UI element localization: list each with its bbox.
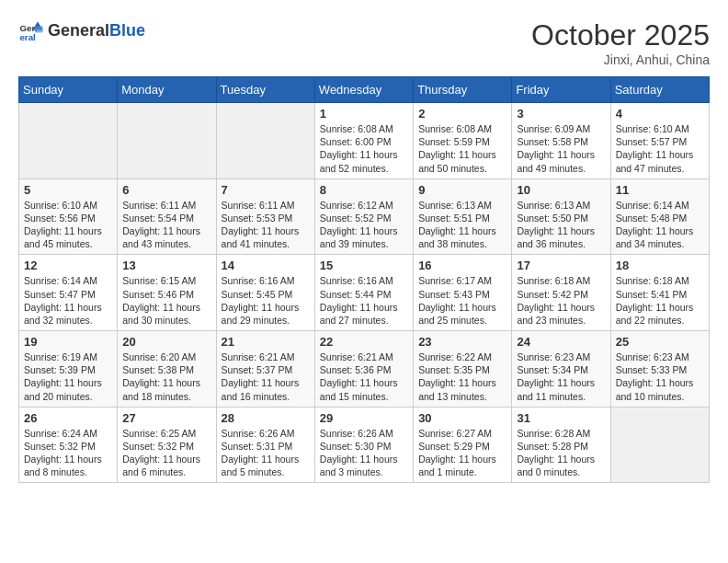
- day-info: Sunrise: 6:11 AM Sunset: 5:54 PM Dayligh…: [122, 199, 210, 251]
- day-info: Sunrise: 6:13 AM Sunset: 5:51 PM Dayligh…: [418, 199, 506, 251]
- logo-icon: Gen eral: [18, 18, 44, 44]
- day-info: Sunrise: 6:08 AM Sunset: 6:00 PM Dayligh…: [320, 122, 408, 175]
- weekday-header-monday: Monday: [118, 77, 216, 103]
- logo-text: GeneralBlue: [48, 22, 145, 40]
- day-number: 17: [517, 259, 605, 272]
- day-info: Sunrise: 6:10 AM Sunset: 5:57 PM Dayligh…: [616, 122, 704, 175]
- day-number: 24: [517, 335, 605, 349]
- day-info: Sunrise: 6:21 AM Sunset: 5:36 PM Dayligh…: [320, 350, 408, 403]
- calendar-cell: 18Sunrise: 6:18 AM Sunset: 5:41 PM Dayli…: [610, 255, 709, 331]
- day-info: Sunrise: 6:09 AM Sunset: 5:58 PM Dayligh…: [517, 122, 605, 175]
- calendar-cell: 7Sunrise: 6:11 AM Sunset: 5:53 PM Daylig…: [216, 178, 314, 255]
- calendar-cell: 29Sunrise: 6:26 AM Sunset: 5:30 PM Dayli…: [314, 407, 413, 483]
- weekday-header-thursday: Thursday: [414, 77, 512, 103]
- calendar-cell: 11Sunrise: 6:14 AM Sunset: 5:48 PM Dayli…: [610, 178, 709, 255]
- calendar-cell: 8Sunrise: 6:12 AM Sunset: 5:52 PM Daylig…: [314, 178, 413, 255]
- calendar-cell: 19Sunrise: 6:19 AM Sunset: 5:39 PM Dayli…: [19, 331, 118, 408]
- day-info: Sunrise: 6:25 AM Sunset: 5:32 PM Dayligh…: [122, 427, 210, 479]
- day-number: 27: [122, 411, 210, 425]
- calendar-cell: 9Sunrise: 6:13 AM Sunset: 5:51 PM Daylig…: [414, 178, 512, 255]
- weekday-header-saturday: Saturday: [610, 77, 709, 103]
- day-number: 7: [222, 183, 310, 197]
- calendar-cell: [610, 407, 709, 483]
- day-number: 19: [24, 335, 112, 349]
- calendar-cell: 24Sunrise: 6:23 AM Sunset: 5:34 PM Dayli…: [512, 331, 610, 408]
- day-info: Sunrise: 6:18 AM Sunset: 5:41 PM Dayligh…: [616, 274, 704, 327]
- day-info: Sunrise: 6:08 AM Sunset: 5:59 PM Dayligh…: [418, 122, 506, 175]
- calendar-table: SundayMondayTuesdayWednesdayThursdayFrid…: [18, 76, 710, 483]
- calendar-cell: 27Sunrise: 6:25 AM Sunset: 5:32 PM Dayli…: [118, 407, 216, 483]
- day-info: Sunrise: 6:20 AM Sunset: 5:38 PM Dayligh…: [122, 350, 210, 403]
- month-title: October 2025: [531, 18, 710, 52]
- day-number: 14: [222, 259, 310, 272]
- calendar-week-3: 12Sunrise: 6:14 AM Sunset: 5:47 PM Dayli…: [19, 255, 710, 331]
- calendar-cell: 14Sunrise: 6:16 AM Sunset: 5:45 PM Dayli…: [216, 255, 314, 331]
- day-info: Sunrise: 6:14 AM Sunset: 5:47 PM Dayligh…: [24, 274, 112, 327]
- location: Jinxi, Anhui, China: [531, 52, 710, 67]
- day-number: 30: [418, 411, 506, 425]
- calendar-cell: 13Sunrise: 6:15 AM Sunset: 5:46 PM Dayli…: [118, 255, 216, 331]
- weekday-header-sunday: Sunday: [19, 77, 118, 103]
- calendar-cell: 28Sunrise: 6:26 AM Sunset: 5:31 PM Dayli…: [216, 407, 314, 483]
- day-info: Sunrise: 6:12 AM Sunset: 5:52 PM Dayligh…: [320, 199, 408, 251]
- calendar-cell: [216, 103, 314, 179]
- calendar-cell: [19, 103, 118, 179]
- day-number: 21: [222, 335, 310, 349]
- calendar-cell: 16Sunrise: 6:17 AM Sunset: 5:43 PM Dayli…: [414, 255, 512, 331]
- calendar-cell: 30Sunrise: 6:27 AM Sunset: 5:29 PM Dayli…: [414, 407, 512, 483]
- calendar-cell: 15Sunrise: 6:16 AM Sunset: 5:44 PM Dayli…: [314, 255, 413, 331]
- day-number: 3: [517, 107, 605, 121]
- day-info: Sunrise: 6:22 AM Sunset: 5:35 PM Dayligh…: [418, 350, 506, 403]
- day-number: 31: [517, 411, 605, 425]
- calendar-cell: 22Sunrise: 6:21 AM Sunset: 5:36 PM Dayli…: [314, 331, 413, 408]
- calendar-week-1: 1Sunrise: 6:08 AM Sunset: 6:00 PM Daylig…: [19, 103, 710, 179]
- weekday-header-wednesday: Wednesday: [314, 77, 413, 103]
- title-section: October 2025 Jinxi, Anhui, China: [531, 18, 710, 67]
- day-info: Sunrise: 6:19 AM Sunset: 5:39 PM Dayligh…: [24, 350, 112, 403]
- day-info: Sunrise: 6:14 AM Sunset: 5:48 PM Dayligh…: [616, 199, 704, 251]
- calendar-cell: 31Sunrise: 6:28 AM Sunset: 5:28 PM Dayli…: [512, 407, 610, 483]
- day-number: 12: [24, 259, 112, 272]
- calendar-cell: 10Sunrise: 6:13 AM Sunset: 5:50 PM Dayli…: [512, 178, 610, 255]
- calendar-cell: 5Sunrise: 6:10 AM Sunset: 5:56 PM Daylig…: [19, 178, 118, 255]
- day-info: Sunrise: 6:23 AM Sunset: 5:33 PM Dayligh…: [616, 350, 704, 403]
- day-number: 5: [24, 183, 112, 197]
- day-info: Sunrise: 6:16 AM Sunset: 5:44 PM Dayligh…: [320, 274, 408, 327]
- calendar-cell: 21Sunrise: 6:21 AM Sunset: 5:37 PM Dayli…: [216, 331, 314, 408]
- calendar-cell: 3Sunrise: 6:09 AM Sunset: 5:58 PM Daylig…: [512, 103, 610, 179]
- day-info: Sunrise: 6:13 AM Sunset: 5:50 PM Dayligh…: [517, 199, 605, 251]
- day-number: 9: [418, 183, 506, 197]
- day-number: 15: [320, 259, 408, 272]
- day-number: 29: [320, 411, 408, 425]
- day-number: 22: [320, 335, 408, 349]
- svg-marker-3: [35, 26, 42, 32]
- day-number: 18: [616, 259, 704, 272]
- calendar-cell: 26Sunrise: 6:24 AM Sunset: 5:32 PM Dayli…: [19, 407, 118, 483]
- calendar-cell: 17Sunrise: 6:18 AM Sunset: 5:42 PM Dayli…: [512, 255, 610, 331]
- day-number: 23: [418, 335, 506, 349]
- day-number: 13: [122, 259, 210, 272]
- calendar-cell: 6Sunrise: 6:11 AM Sunset: 5:54 PM Daylig…: [118, 178, 216, 255]
- calendar-header-row: SundayMondayTuesdayWednesdayThursdayFrid…: [19, 77, 710, 103]
- calendar-cell: 23Sunrise: 6:22 AM Sunset: 5:35 PM Dayli…: [414, 331, 512, 408]
- day-info: Sunrise: 6:17 AM Sunset: 5:43 PM Dayligh…: [418, 274, 506, 327]
- day-number: 4: [616, 107, 704, 121]
- logo: Gen eral GeneralBlue: [18, 18, 145, 44]
- calendar-cell: 1Sunrise: 6:08 AM Sunset: 6:00 PM Daylig…: [314, 103, 413, 179]
- calendar-cell: 12Sunrise: 6:14 AM Sunset: 5:47 PM Dayli…: [19, 255, 118, 331]
- day-number: 11: [616, 183, 704, 197]
- day-info: Sunrise: 6:11 AM Sunset: 5:53 PM Dayligh…: [222, 199, 310, 251]
- day-info: Sunrise: 6:15 AM Sunset: 5:46 PM Dayligh…: [122, 274, 210, 327]
- calendar-cell: [118, 103, 216, 179]
- day-info: Sunrise: 6:28 AM Sunset: 5:28 PM Dayligh…: [517, 427, 605, 479]
- day-info: Sunrise: 6:26 AM Sunset: 5:31 PM Dayligh…: [222, 427, 310, 479]
- page-header: Gen eral GeneralBlue October 2025 Jinxi,…: [18, 18, 710, 67]
- day-number: 10: [517, 183, 605, 197]
- day-info: Sunrise: 6:27 AM Sunset: 5:29 PM Dayligh…: [418, 427, 506, 479]
- day-info: Sunrise: 6:23 AM Sunset: 5:34 PM Dayligh…: [517, 350, 605, 403]
- day-number: 2: [418, 107, 506, 121]
- calendar-cell: 4Sunrise: 6:10 AM Sunset: 5:57 PM Daylig…: [610, 103, 709, 179]
- calendar-cell: 25Sunrise: 6:23 AM Sunset: 5:33 PM Dayli…: [610, 331, 709, 408]
- day-number: 8: [320, 183, 408, 197]
- day-number: 28: [222, 411, 310, 425]
